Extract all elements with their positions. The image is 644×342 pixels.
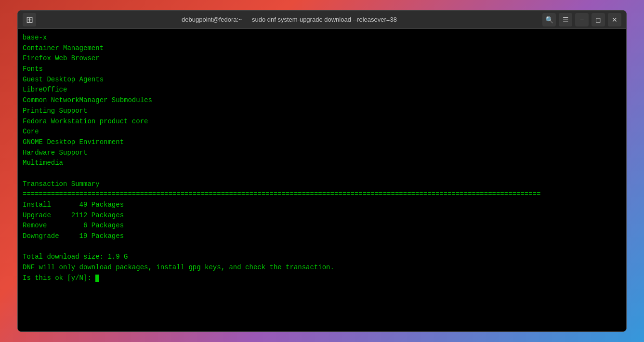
menu-button[interactable]: ☰ — [559, 13, 572, 26]
term-line-downgrade: Downgrade 19 Packages — [23, 231, 621, 242]
term-line-11: GNOME Desktop Environment — [23, 137, 621, 148]
maximize-icon: ◻ — [595, 16, 601, 24]
term-line-7: Common NetworkManager Submodules — [23, 95, 621, 106]
term-line-remove: Remove 6 Packages — [23, 221, 621, 231]
window-title: debugpoint@fedora:~ — sudo dnf system-up… — [36, 16, 542, 23]
term-line-13: Multimedia — [23, 158, 621, 169]
term-line-blank2 — [23, 242, 621, 252]
term-line-2: Container Management — [23, 43, 621, 54]
term-line-upgrade: Upgrade 2112 Packages — [23, 210, 621, 221]
term-line-4: Fonts — [23, 64, 621, 75]
title-bar-left: ⊞ — [23, 13, 36, 26]
close-icon: ✕ — [612, 16, 618, 24]
new-tab-icon: ⊞ — [26, 14, 33, 25]
terminal-cursor — [95, 275, 99, 282]
term-line-5: Guest Desktop Agents — [23, 75, 621, 85]
term-line-9: Fedora Workstation product core — [23, 117, 621, 127]
title-bar-controls: 🔍 ☰ − ◻ ✕ — [542, 13, 621, 26]
term-line-summary-header: Transaction Summary — [23, 179, 621, 190]
minimize-button[interactable]: − — [575, 13, 589, 26]
terminal-content[interactable]: base-x Container Management Firefox Web … — [18, 29, 626, 331]
term-line-download-size: Total download size: 1.9 G — [23, 252, 621, 263]
close-button[interactable]: ✕ — [608, 13, 621, 26]
search-button[interactable]: 🔍 — [542, 13, 556, 26]
term-line-install: Install 49 Packages — [23, 200, 621, 210]
term-separator: ========================================… — [23, 189, 621, 200]
term-line-8: Printing Support — [23, 106, 621, 117]
term-line-1: base-x — [23, 33, 621, 43]
term-line-prompt: Is this ok [y/N]: — [23, 273, 621, 284]
term-line-6: LibreOffice — [23, 85, 621, 95]
term-line-12: Hardware Support — [23, 148, 621, 158]
minimize-icon: − — [580, 16, 584, 24]
term-line-10: Core — [23, 127, 621, 137]
term-line-3: Firefox Web Browser — [23, 53, 621, 64]
search-icon: 🔍 — [545, 16, 553, 24]
term-line-dnf-note: DNF will only download packages, install… — [23, 263, 621, 273]
maximize-button[interactable]: ◻ — [591, 13, 605, 26]
terminal-window: ⊞ debugpoint@fedora:~ — sudo dnf system-… — [17, 10, 627, 332]
term-line-blank1 — [23, 169, 621, 179]
menu-icon: ☰ — [563, 16, 569, 24]
title-bar: ⊞ debugpoint@fedora:~ — sudo dnf system-… — [18, 11, 626, 29]
new-tab-button[interactable]: ⊞ — [23, 13, 36, 26]
